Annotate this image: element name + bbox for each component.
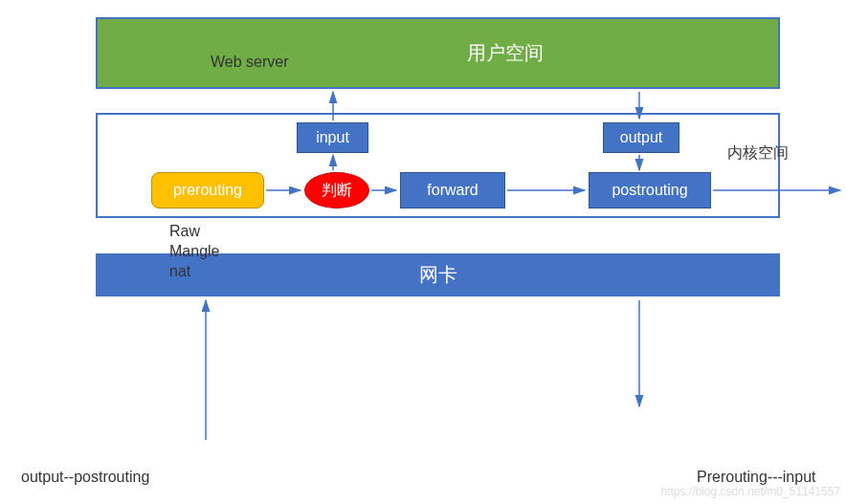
output-label: output	[620, 129, 662, 146]
kernelspace-label: 内核空间	[727, 143, 789, 164]
prerouting-node: prerouting	[151, 172, 264, 208]
userspace-title: 用户空间	[333, 40, 544, 66]
watermark-text: https://blog.csdn.net/m0_51141557	[661, 485, 840, 498]
nic-title: 网卡	[419, 262, 457, 288]
postrouting-node: postrouting	[589, 172, 711, 208]
output-node: output	[603, 122, 679, 153]
prerouting-input-label: Prerouting---input	[697, 469, 816, 486]
forward-label: forward	[427, 182, 478, 199]
raw-mangle-nat-label: Raw Mangle nat	[169, 222, 219, 281]
postrouting-label: postrouting	[612, 182, 687, 199]
userspace-box: 用户空间	[96, 17, 780, 89]
input-node: input	[297, 122, 368, 153]
forward-node: forward	[400, 172, 505, 208]
prerouting-label: prerouting	[173, 182, 242, 199]
output-postrouting-label: output--postrouting	[21, 469, 149, 486]
judge-label: 判断	[322, 181, 352, 201]
webserver-label: Web server	[211, 54, 289, 71]
input-label: input	[316, 129, 349, 146]
judge-node: 判断	[304, 172, 369, 208]
